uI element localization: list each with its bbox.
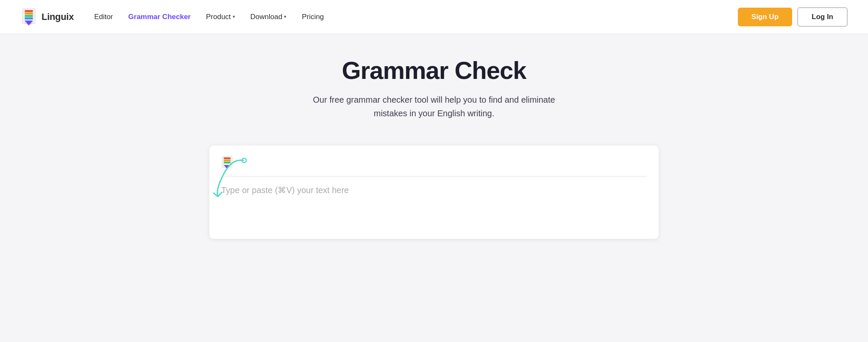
logo-link[interactable]: Linguix — [20, 8, 74, 26]
nav-product[interactable]: Product ▾ — [206, 13, 235, 21]
editor-wrapper: Type or paste (⌘V) your text here — [0, 146, 868, 239]
svg-rect-3 — [25, 15, 33, 17]
svg-rect-1 — [25, 10, 33, 12]
product-chevron-icon: ▾ — [233, 14, 235, 20]
nav-download[interactable]: Download ▾ — [250, 13, 287, 21]
nav-grammar-checker[interactable]: Grammar Checker — [128, 13, 191, 21]
editor-topbar — [221, 156, 647, 169]
svg-rect-4 — [25, 17, 33, 19]
svg-rect-2 — [25, 12, 33, 14]
download-chevron-icon: ▾ — [284, 14, 287, 20]
logo-icon — [20, 8, 37, 26]
nav-links: Editor Grammar Checker Product ▾ Downloa… — [94, 13, 738, 21]
svg-marker-6 — [25, 20, 33, 25]
editor-text-input[interactable]: Type or paste (⌘V) your text here — [221, 177, 647, 227]
brand-name: Linguix — [42, 11, 74, 22]
hero-section: Grammar Check Our free grammar checker t… — [0, 34, 868, 134]
editor-container: Type or paste (⌘V) your text here — [209, 146, 659, 239]
nav-pricing[interactable]: Pricing — [302, 13, 324, 21]
login-button[interactable]: Log In — [797, 7, 848, 27]
navbar-actions: Sign Up Log In — [738, 7, 848, 27]
nav-editor[interactable]: Editor — [94, 13, 113, 21]
hero-subtitle: Our free grammar checker tool will help … — [307, 93, 561, 120]
signup-button[interactable]: Sign Up — [738, 8, 792, 26]
arrow-decoration — [205, 154, 256, 201]
navbar: Linguix Editor Grammar Checker Product ▾… — [0, 0, 868, 34]
hero-title: Grammar Check — [342, 56, 526, 84]
